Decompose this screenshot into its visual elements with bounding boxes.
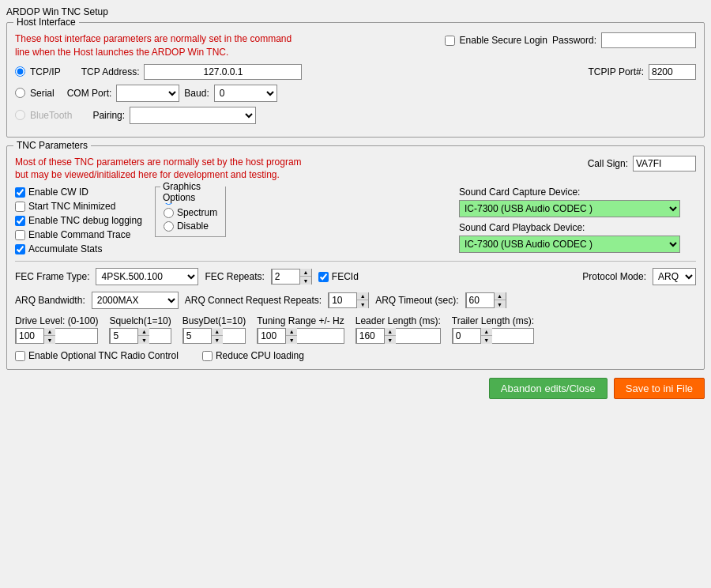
sound-capture-label: Sound Card Capture Device:: [459, 187, 696, 198]
sound-playback-label: Sound Card Playback Device:: [459, 222, 696, 233]
arq-connect-repeats-input[interactable]: [329, 292, 357, 308]
trailer-length-down[interactable]: ▼: [481, 336, 492, 344]
serial-radio[interactable]: [15, 88, 25, 98]
leader-length-down[interactable]: ▼: [385, 336, 396, 344]
trailer-length-up[interactable]: ▲: [481, 328, 492, 336]
arq-timeout-down[interactable]: ▼: [495, 300, 506, 308]
bottom-options-row: Enable Optional TNC Radio Control Reduce…: [15, 350, 696, 361]
com-port-select[interactable]: [116, 85, 179, 102]
arq-timeout-input[interactable]: [466, 292, 495, 308]
tcp-address-input[interactable]: [144, 64, 302, 80]
tcpip-port-input[interactable]: [649, 64, 696, 80]
squelch-input[interactable]: [110, 328, 138, 344]
tcp-address-label: TCP Address:: [81, 66, 140, 77]
start-tnc-minimized-checkbox[interactable]: [15, 202, 25, 212]
fec-repeats-spinner[interactable]: ▲ ▼: [271, 269, 312, 285]
buttons-row: Abandon edits/Close Save to ini File: [6, 378, 705, 399]
trailer-length-label: Trailer Length (ms):: [452, 315, 534, 326]
tuning-range-up[interactable]: ▲: [286, 328, 297, 336]
enable-tnc-debug-text: Enable TNC debug logging: [28, 215, 142, 226]
graphics-options-group: Graphics Options Waterfall Spectrum D: [155, 187, 226, 237]
accumulate-stats-checkbox[interactable]: [15, 244, 25, 254]
fec-repeats-label: FEC Repeats:: [205, 271, 264, 282]
arq-connect-repeats-label: ARQ Connect Request Repeats:: [185, 295, 322, 306]
graphics-spectrum-radio[interactable]: [164, 208, 174, 218]
start-tnc-minimized-text: Start TNC Minimized: [28, 201, 115, 212]
abandon-button[interactable]: Abandon edits/Close: [489, 378, 608, 399]
enable-cw-id-label[interactable]: Enable CW ID: [15, 187, 142, 198]
enable-command-trace-label[interactable]: Enable Command Trace: [15, 229, 142, 240]
password-input[interactable]: [601, 32, 696, 48]
pairing-label: Pairing:: [92, 110, 125, 121]
sound-capture-select[interactable]: IC-7300 (USB Audio CODEC ): [459, 200, 680, 217]
tuning-range-group: Tuning Range +/- Hz ▲ ▼: [257, 315, 344, 344]
arq-bandwidth-select[interactable]: 2000MAX 500MAX 200MAX: [92, 292, 179, 309]
leader-length-label: Leader Length (ms):: [356, 315, 441, 326]
pairing-select[interactable]: [130, 107, 256, 124]
leader-length-up[interactable]: ▲: [385, 328, 396, 336]
accumulate-stats-text: Accumulate Stats: [28, 243, 102, 254]
trailer-length-input[interactable]: [453, 328, 481, 344]
fec-repeats-input[interactable]: [272, 269, 300, 285]
tuning-range-down[interactable]: ▼: [286, 336, 297, 344]
arq-timeout-up[interactable]: ▲: [495, 292, 506, 300]
bluetooth-radio[interactable]: [15, 110, 25, 120]
host-interface-group: Host Interface These host interface para…: [6, 22, 705, 138]
fecid-label[interactable]: FECId: [318, 271, 359, 282]
busy-det-input[interactable]: [183, 328, 212, 344]
busy-det-up[interactable]: ▲: [212, 328, 223, 336]
enable-tnc-debug-checkbox[interactable]: [15, 216, 25, 226]
enable-cw-id-checkbox[interactable]: [15, 187, 25, 198]
tuning-range-input[interactable]: [258, 328, 286, 344]
squelch-up[interactable]: ▲: [138, 328, 149, 336]
arq-connect-repeats-up[interactable]: ▲: [357, 292, 368, 300]
host-interface-warning: These host interface parameters are norm…: [15, 32, 292, 59]
fec-frame-type-select[interactable]: 4PSK.500.100: [96, 268, 198, 285]
enable-command-trace-text: Enable Command Trace: [28, 229, 130, 240]
tuning-range-spinner[interactable]: ▲ ▼: [257, 328, 344, 344]
save-button[interactable]: Save to ini File: [614, 378, 705, 399]
tnc-parameters-group: TNC Parameters Most of these TNC paramet…: [6, 145, 705, 371]
start-tnc-minimized-label[interactable]: Start TNC Minimized: [15, 201, 142, 212]
drive-level-group: Drive Level: (0-100) ▲ ▼: [15, 315, 98, 344]
fec-frame-type-label: FEC Frame Type:: [15, 271, 89, 282]
drive-level-input[interactable]: [16, 328, 44, 344]
bluetooth-label: BlueTooth: [30, 110, 72, 121]
arq-timeout-label: ARQ Timeout (sec):: [375, 295, 458, 306]
squelch-spinner[interactable]: ▲ ▼: [109, 328, 171, 344]
callsign-input[interactable]: [633, 156, 696, 172]
fecid-checkbox[interactable]: [318, 272, 329, 282]
baud-select[interactable]: 0: [214, 85, 277, 102]
leader-length-spinner[interactable]: ▲ ▼: [356, 328, 441, 344]
accumulate-stats-label[interactable]: Accumulate Stats: [15, 243, 142, 254]
fec-repeats-up[interactable]: ▲: [300, 269, 311, 277]
sound-playback-select[interactable]: IC-7300 (USB Audio CODEC ): [459, 236, 680, 253]
drive-level-up[interactable]: ▲: [44, 328, 55, 336]
graphics-spectrum-label[interactable]: Spectrum: [164, 207, 217, 218]
enable-tnc-debug-label[interactable]: Enable TNC debug logging: [15, 215, 142, 226]
reduce-cpu-label[interactable]: Reduce CPU loading: [202, 350, 304, 361]
tcp-ip-radio[interactable]: [15, 66, 25, 77]
enable-secure-login-checkbox[interactable]: [445, 36, 455, 46]
squelch-down[interactable]: ▼: [138, 336, 149, 344]
trailer-length-spinner[interactable]: ▲ ▼: [452, 328, 534, 344]
arq-timeout-spinner[interactable]: ▲ ▼: [465, 292, 506, 308]
protocol-mode-select[interactable]: ARQ FEC: [653, 268, 696, 285]
fec-repeats-down[interactable]: ▼: [300, 277, 311, 285]
graphics-disable-text: Disable: [177, 220, 209, 232]
arq-connect-repeats-down[interactable]: ▼: [357, 300, 368, 308]
enable-optional-radio-checkbox[interactable]: [15, 351, 25, 361]
leader-length-input[interactable]: [356, 328, 385, 344]
busy-det-spinner[interactable]: ▲ ▼: [182, 328, 246, 344]
arq-connect-repeats-spinner[interactable]: ▲ ▼: [328, 292, 369, 308]
drive-level-down[interactable]: ▼: [44, 336, 55, 344]
busy-det-down[interactable]: ▼: [212, 336, 223, 344]
spinner-params-row: Drive Level: (0-100) ▲ ▼ Squelch(1=10) ▲…: [15, 315, 696, 344]
enable-optional-radio-label[interactable]: Enable Optional TNC Radio Control: [15, 350, 179, 361]
graphics-disable-radio[interactable]: [164, 221, 174, 232]
drive-level-spinner[interactable]: ▲ ▼: [15, 328, 98, 344]
enable-command-trace-checkbox[interactable]: [15, 230, 25, 240]
reduce-cpu-checkbox[interactable]: [202, 351, 213, 361]
graphics-disable-label[interactable]: Disable: [164, 220, 217, 232]
callsign-label: Call Sign:: [588, 158, 628, 169]
